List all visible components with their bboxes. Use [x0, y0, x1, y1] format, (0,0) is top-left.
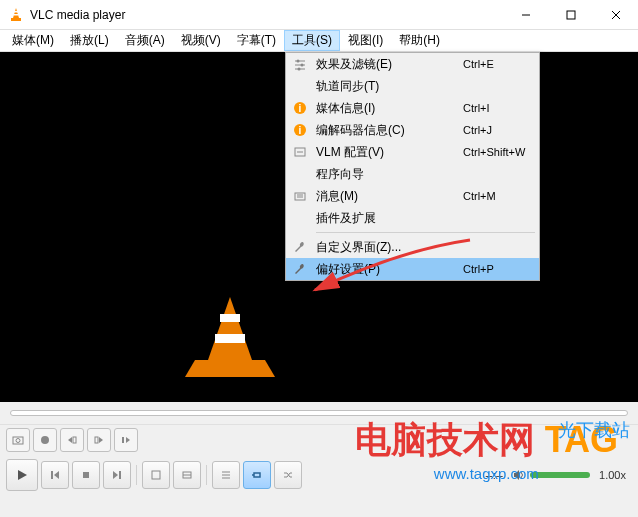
menu-help[interactable]: 帮助(H) [391, 30, 448, 51]
minimize-button[interactable] [503, 0, 548, 30]
menu-playback[interactable]: 播放(L) [62, 30, 117, 51]
svg-rect-8 [215, 334, 245, 343]
wrench-icon [290, 239, 310, 255]
menubar: 媒体(M) 播放(L) 音频(A) 视频(V) 字幕(T) 工具(S) 视图(I… [0, 30, 638, 52]
record-button[interactable] [33, 428, 57, 452]
svg-point-26 [41, 436, 49, 444]
svg-text:i: i [299, 103, 302, 114]
menu-preferences[interactable]: 偏好设置(P) Ctrl+P [286, 258, 539, 280]
prev-button[interactable] [41, 461, 69, 489]
menu-video[interactable]: 视频(V) [173, 30, 229, 51]
menu-track-sync[interactable]: 轨道同步(T) [286, 75, 539, 97]
sliders-icon [290, 56, 310, 72]
loop-b-button[interactable] [87, 428, 111, 452]
tools-dropdown: 效果及滤镜(E) Ctrl+E 轨道同步(T) i 媒体信息(I) Ctrl+I… [285, 52, 540, 281]
volume-control [512, 468, 590, 482]
svg-rect-1 [14, 11, 18, 13]
message-icon [290, 188, 310, 204]
time-display: --:-- [485, 469, 503, 481]
svg-rect-2 [14, 14, 19, 16]
titlebar: VLC media player [0, 0, 638, 30]
svg-rect-7 [220, 314, 240, 322]
separator [206, 465, 207, 485]
svg-point-14 [298, 68, 301, 71]
menu-subtitle[interactable]: 字幕(T) [229, 30, 284, 51]
svg-text:i: i [299, 125, 302, 136]
next-button[interactable] [103, 461, 131, 489]
snapshot-button[interactable] [6, 428, 30, 452]
svg-rect-31 [83, 472, 89, 478]
extended-button[interactable] [173, 461, 201, 489]
svg-rect-29 [122, 437, 124, 443]
menu-vlm-config[interactable]: VLM 配置(V) Ctrl+Shift+W [286, 141, 539, 163]
svg-rect-0 [11, 18, 21, 21]
loop-button[interactable] [243, 461, 271, 489]
menu-media[interactable]: 媒体(M) [4, 30, 62, 51]
svg-rect-28 [95, 437, 98, 443]
menu-customize-interface[interactable]: 自定义界面(Z)... [286, 236, 539, 258]
info-icon: i [290, 122, 310, 138]
menu-separator [316, 232, 535, 233]
stop-button[interactable] [72, 461, 100, 489]
svg-point-10 [297, 60, 300, 63]
speaker-icon[interactable] [512, 468, 526, 482]
menu-wizard[interactable]: 程序向导 [286, 163, 539, 185]
close-button[interactable] [593, 0, 638, 30]
svg-rect-27 [73, 437, 76, 443]
speed-display: 1.00x [599, 469, 626, 481]
menu-plugins[interactable]: 插件及扩展 [286, 207, 539, 229]
fullscreen-button[interactable] [142, 461, 170, 489]
info-icon: i [290, 100, 310, 116]
seekbar [0, 402, 638, 424]
vlc-icon [8, 7, 24, 23]
menu-tools[interactable]: 工具(S) [284, 30, 340, 51]
menu-media-info[interactable]: i 媒体信息(I) Ctrl+I [286, 97, 539, 119]
menu-messages[interactable]: 消息(M) Ctrl+M [286, 185, 539, 207]
menu-view[interactable]: 视图(I) [340, 30, 391, 51]
vlc-cone-logo [180, 292, 280, 382]
svg-point-12 [301, 64, 304, 67]
secondary-toolbar [0, 424, 638, 454]
shuffle-button[interactable] [274, 461, 302, 489]
loop-a-button[interactable] [60, 428, 84, 452]
vlm-icon [290, 144, 310, 160]
svg-rect-32 [119, 471, 121, 479]
menu-effects-filters[interactable]: 效果及滤镜(E) Ctrl+E [286, 53, 539, 75]
seek-track[interactable] [10, 410, 628, 416]
svg-rect-33 [152, 471, 160, 479]
volume-slider[interactable] [530, 472, 590, 478]
svg-rect-4 [567, 11, 575, 19]
wrench-icon [290, 261, 310, 277]
frame-button[interactable] [114, 428, 138, 452]
svg-point-25 [16, 438, 20, 442]
maximize-button[interactable] [548, 0, 593, 30]
menu-codec-info[interactable]: i 编解码器信息(C) Ctrl+J [286, 119, 539, 141]
window-controls [503, 0, 638, 30]
svg-rect-30 [51, 471, 53, 479]
play-button[interactable] [6, 459, 38, 491]
window-title: VLC media player [30, 8, 503, 22]
watermark-side: 光下载站 [558, 418, 630, 442]
playlist-button[interactable] [212, 461, 240, 489]
playback-controls: --:-- 1.00x [0, 454, 638, 496]
separator [136, 465, 137, 485]
menu-audio[interactable]: 音频(A) [117, 30, 173, 51]
